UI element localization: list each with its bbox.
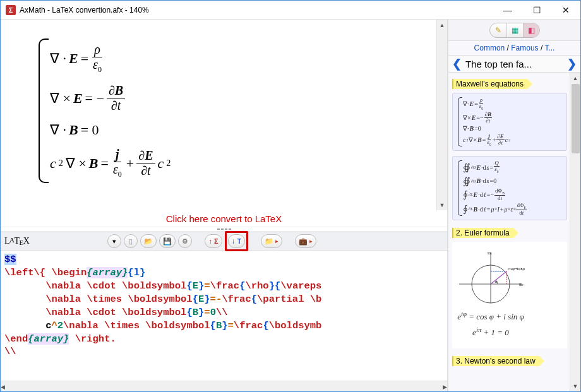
folder-open-icon: 📂 <box>144 237 153 246</box>
dropdown-button[interactable]: ▾ <box>107 234 121 248</box>
chevron-down-icon: ▾ <box>112 237 116 246</box>
formula-tag[interactable]: 3. Newton's second law <box>452 356 539 366</box>
euler-equation: eiφ = cos φ + i sin φ <box>457 310 524 322</box>
latex-toolbar: LATEX ▾ ▯ 📂 💾 ⚙ ↑Σ ↓T 📁▸ 💼▸ <box>1 232 447 251</box>
nav-next-button[interactable]: ❯ <box>566 57 578 71</box>
export-folder-button[interactable]: 📁▸ <box>261 234 282 248</box>
convert-highlight: ↓T <box>225 231 249 251</box>
app-icon: Σ <box>6 5 16 15</box>
euler-equation: eiπ + 1 = 0 <box>472 326 509 338</box>
formula-thumbnail[interactable]: ∯∂ΩE·ds=Qε0 ∯∂ΩB·ds=0 ∮∂ΣE·dℓ=−dΦBdt ∮∂Σ… <box>452 156 567 220</box>
maximize-button[interactable]: ☐ <box>522 1 551 20</box>
breadcrumb-link[interactable]: Common <box>474 44 505 52</box>
copy-button[interactable]: ▯ <box>124 234 138 248</box>
arrow-right-icon: ▸ <box>275 238 279 244</box>
export-briefcase-button[interactable]: 💼▸ <box>295 234 316 248</box>
page-icon: ▯ <box>129 237 133 246</box>
splitter-handle[interactable] <box>1 227 447 232</box>
equation-canvas[interactable]: ∇ · E = ρε0 ∇ × E = − ∂B∂t ∇ · B = 0 c2∇… <box>1 20 447 210</box>
formula-tag[interactable]: Maxwell's equations <box>452 79 527 89</box>
scroll-thumb[interactable] <box>572 84 580 153</box>
equation-row: ∇ × E = − ∂B∂t <box>50 83 171 113</box>
formula-thumbnail[interactable]: ∇·E=ρε0 ∇×E=−∂B∂t ∇·B=0 c2∇×B=jε0+∂E∂tc2 <box>452 93 567 151</box>
sigma-icon: Σ <box>214 237 219 245</box>
formula-tag[interactable]: 2. Euler formula <box>452 228 513 238</box>
window-title: AxMath - LaTeX convertion.afx - 140% <box>20 6 493 15</box>
scroll-up-icon[interactable]: ▲ <box>437 20 447 30</box>
grid-icon: ▦ <box>512 26 518 35</box>
euler-plot: φ Re Im cosφ+isinφ <box>456 249 525 306</box>
sidebar-tab-grid[interactable]: ▦ <box>506 23 523 37</box>
svg-text:Re: Re <box>519 283 524 287</box>
titlebar: Σ AxMath - LaTeX convertion.afx - 140% —… <box>1 1 580 20</box>
close-button[interactable]: ✕ <box>551 1 580 20</box>
sidebar-vscroll[interactable]: ▲ ▼ <box>570 73 580 391</box>
nav-prev-button[interactable]: ❮ <box>451 57 463 71</box>
sidebar-tab-brush[interactable]: ✎ <box>490 23 506 37</box>
canvas-vscroll[interactable]: ▲ ▼ <box>436 20 447 210</box>
scroll-left-icon[interactable]: ◀ <box>1 381 5 391</box>
nav-title-text: The top ten fa... <box>463 59 566 69</box>
code-hscroll[interactable]: ◀ ▶ <box>1 381 447 391</box>
hint-text: Click here convert to LaTeX <box>1 210 447 227</box>
latex-code-area[interactable]: $$ \left\{ \begin{array}{l} \nabla \cdot… <box>1 251 447 381</box>
equation-row: ∇ · E = ρε0 <box>50 42 171 74</box>
scroll-right-icon[interactable]: ▶ <box>443 381 447 391</box>
equation-row: ∇ · B = 0 <box>50 122 171 138</box>
breadcrumb-link[interactable]: Famous <box>511 44 538 52</box>
disk-icon: 💾 <box>163 237 172 246</box>
eraser-icon: ◧ <box>528 26 535 35</box>
breadcrumb: Common / Famous / T... <box>448 41 580 55</box>
svg-text:Im: Im <box>488 251 492 255</box>
breadcrumb-link[interactable]: T... <box>544 44 554 52</box>
open-button[interactable]: 📂 <box>140 234 157 248</box>
gear-icon: ⚙ <box>182 237 188 246</box>
briefcase-icon: 💼 <box>299 237 308 246</box>
brush-icon: ✎ <box>495 26 501 35</box>
to-equation-button[interactable]: ↑Σ <box>205 234 222 248</box>
save-button[interactable]: 💾 <box>159 234 176 248</box>
settings-button[interactable]: ⚙ <box>178 234 192 248</box>
folder-icon: 📁 <box>265 237 273 246</box>
minimize-button[interactable]: — <box>493 1 522 20</box>
scroll-down-icon[interactable]: ▼ <box>437 199 447 210</box>
scroll-down-icon[interactable]: ▼ <box>570 381 580 391</box>
equation-row: c2∇ × B = jε0 + ∂E∂tc2 <box>50 147 171 179</box>
latex-label: LATEX <box>4 236 29 246</box>
svg-text:cosφ+isinφ: cosφ+isinφ <box>508 267 525 271</box>
scroll-up-icon[interactable]: ▲ <box>570 73 580 83</box>
arrow-right-icon: ▸ <box>309 238 313 244</box>
formula-thumbnail[interactable]: φ Re Im cosφ+isinφ eiφ = cos φ + i sin φ… <box>452 242 567 348</box>
text-icon: T <box>237 237 242 245</box>
to-latex-button[interactable]: ↓T <box>228 234 246 248</box>
svg-line-3 <box>491 271 506 284</box>
sidebar-tab-eraser[interactable]: ◧ <box>523 23 539 37</box>
sidebar: ✎ ▦ ◧ Common / Famous / T... ❮ The top t… <box>448 20 580 391</box>
